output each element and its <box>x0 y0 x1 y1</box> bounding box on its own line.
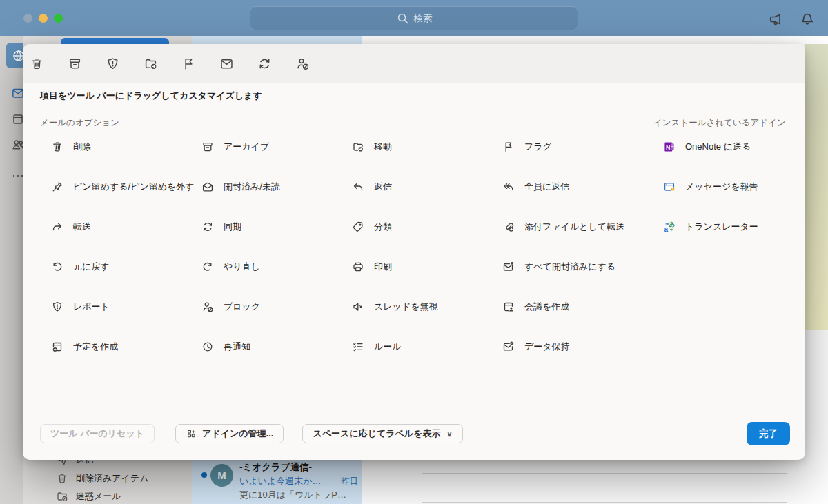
meeting-icon <box>502 300 515 314</box>
traffic-lights[interactable] <box>23 14 63 23</box>
forward-icon <box>50 220 64 234</box>
option-pin[interactable]: ピン留めする/ピン留めを外す <box>50 180 201 194</box>
option-mark-all-read[interactable]: すべて開封済みにする <box>502 260 660 274</box>
mail-read-icon <box>201 180 215 194</box>
option-label: 同期 <box>224 221 241 233</box>
minimize-window-icon[interactable] <box>39 14 48 23</box>
toolbar-shield-error-icon[interactable] <box>104 55 121 72</box>
archive-icon <box>201 140 215 154</box>
dialog-instruction: 項目をツール バーにドラッグしてカスタマイズします <box>40 90 262 102</box>
toolbar-flag-icon[interactable] <box>180 55 197 72</box>
option-reply[interactable]: 返信 <box>351 180 502 194</box>
addin-translator[interactable]: aあトランスレーター <box>662 220 758 234</box>
addins-grid-plus-icon <box>186 428 197 440</box>
chevron-down-icon: ∨ <box>446 430 452 439</box>
toolbar-sync-icon[interactable] <box>256 55 273 72</box>
option-tag[interactable]: 分類 <box>351 220 502 234</box>
option-redo[interactable]: やり直し <box>201 260 351 274</box>
option-meeting[interactable]: 会議を作成 <box>502 300 660 314</box>
option-folder-move[interactable]: 移動 <box>351 140 502 154</box>
redo-icon <box>201 260 215 274</box>
maximize-window-icon[interactable] <box>54 14 63 23</box>
reading-pane-divider <box>422 473 787 474</box>
toolbar-folder-move-icon[interactable] <box>142 55 159 72</box>
close-window-icon[interactable] <box>23 14 32 23</box>
message-subject: いよいよ今週末か… <box>239 474 322 488</box>
option-shield-error[interactable]: レポート <box>50 300 201 314</box>
option-label: 添付ファイルとして転送 <box>524 221 624 233</box>
option-label: 再通知 <box>224 341 250 353</box>
option-clock[interactable]: 再通知 <box>201 340 351 354</box>
unread-dot-icon <box>201 472 207 478</box>
toolbar-trash-icon[interactable] <box>28 55 45 72</box>
folder-item-trash[interactable]: 削除済みアイテム <box>55 472 149 485</box>
addins-list: NOneNote に送るメッセージを報告aあトランスレーター <box>662 127 758 247</box>
done-button[interactable]: 完了 <box>747 422 790 445</box>
option-forward[interactable]: 転送 <box>50 220 201 234</box>
option-label: 全員に返信 <box>524 181 569 193</box>
option-calendar-plus[interactable]: 予定を作成 <box>50 340 201 354</box>
translator-icon: aあ <box>662 220 676 234</box>
label-display-value: スペースに応じてラベルを表示 <box>313 427 440 440</box>
addin-label: メッセージを報告 <box>685 181 758 193</box>
option-archive[interactable]: アーカイブ <box>201 140 351 154</box>
folder-item-folder-block[interactable]: 迷惑メール <box>55 490 149 503</box>
clock-icon <box>201 340 215 354</box>
option-mail-read[interactable]: 開封済み/未読 <box>201 180 351 194</box>
option-label: アーカイブ <box>224 141 269 153</box>
folder-label: 削除済みアイテム <box>76 472 149 485</box>
message-sender: -ミオクラブ通信- <box>239 461 358 474</box>
toolbar-mail-icon[interactable] <box>218 55 235 72</box>
option-label: 印刷 <box>374 261 392 273</box>
option-mail-gear[interactable]: データ保持 <box>502 340 660 354</box>
option-label: 元に戻す <box>73 261 110 273</box>
option-attach-forward[interactable]: 添付ファイルとして転送 <box>502 220 660 234</box>
search-input[interactable]: 検索 <box>250 6 578 30</box>
option-checklist[interactable]: ルール <box>351 340 502 354</box>
option-undo[interactable]: 元に戻す <box>50 260 201 274</box>
pin-icon <box>50 180 64 194</box>
option-sync[interactable]: 同期 <box>201 220 351 234</box>
addin-report-message[interactable]: メッセージを報告 <box>662 180 758 194</box>
reply-all-icon <box>502 180 515 194</box>
tag-icon <box>351 220 365 234</box>
checklist-icon <box>351 340 365 354</box>
globe-icon[interactable] <box>6 43 23 68</box>
option-speaker-mute[interactable]: スレッドを無視 <box>351 300 502 314</box>
addin-label: トランスレーター <box>685 221 758 233</box>
addin-onenote[interactable]: NOneNote に送る <box>662 140 758 154</box>
megaphone-icon[interactable] <box>767 11 784 28</box>
speaker-mute-icon <box>351 300 365 314</box>
option-label: レポート <box>73 301 110 313</box>
mail-icon[interactable] <box>10 85 23 103</box>
reading-pane-divider <box>422 502 787 503</box>
toolbar-person-block-icon[interactable] <box>294 55 310 72</box>
option-label: ピン留めする/ピン留めを外す <box>73 181 195 193</box>
attach-forward-icon <box>502 220 515 234</box>
people-icon[interactable] <box>10 137 23 155</box>
option-person-block[interactable]: ブロック <box>201 300 351 314</box>
svg-text:a: a <box>664 225 668 233</box>
toolbar-archive-icon[interactable] <box>66 55 83 72</box>
option-trash[interactable]: 削除 <box>50 140 201 154</box>
manage-addins-button[interactable]: アドインの管理... <box>175 424 284 443</box>
option-label: ルール <box>374 341 402 353</box>
avatar: M <box>210 464 233 487</box>
option-print[interactable]: 印刷 <box>351 260 502 274</box>
label-display-dropdown[interactable]: スペースに応じてラベルを表示 ∨ <box>302 424 462 443</box>
calendar-icon[interactable] <box>10 112 23 130</box>
option-label: 分類 <box>374 221 392 233</box>
search-icon <box>396 12 410 26</box>
shield-error-icon <box>50 300 64 314</box>
customize-toolbar-dialog: 項目をツール バーにドラッグしてカスタマイズします メールのオプション インスト… <box>23 44 805 460</box>
more-apps-icon[interactable] <box>10 168 23 186</box>
message-preview: 更に10月は「ウルトラP… <box>239 488 358 502</box>
reset-toolbar-button[interactable]: ツール バーのリセット <box>40 424 155 443</box>
svg-text:N: N <box>666 144 670 151</box>
option-reply-all[interactable]: 全員に返信 <box>502 180 660 194</box>
option-flag[interactable]: フラグ <box>502 140 660 154</box>
outlook-window: 送信削除済みアイテム迷惑メール M -ミオクラブ通信- いよいよ今週末か… 昨日… <box>0 0 828 504</box>
bell-icon[interactable] <box>799 11 816 28</box>
email-banner-image <box>805 44 828 330</box>
mail-gear-icon <box>502 340 515 354</box>
